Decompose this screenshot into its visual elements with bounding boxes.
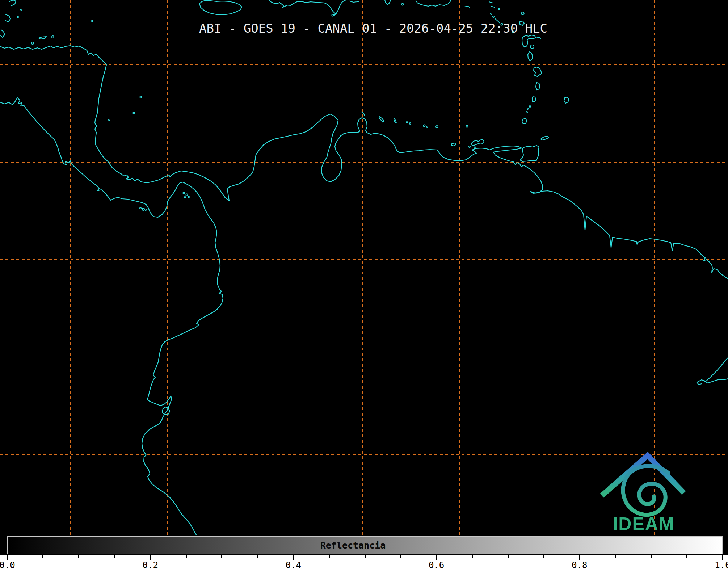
colorbar-minor-tick (186, 555, 187, 558)
satellite-image-screen: IDEAM ABI - GOES 19 - CANAL 01 - 2026-04… (0, 0, 728, 571)
image-title: ABI - GOES 19 - CANAL 01 - 2026-04-25 22… (199, 21, 547, 35)
colorbar-tick-label: 0.2 (143, 560, 158, 570)
colorbar-major-tick (7, 555, 8, 560)
colorbar-minor-tick (615, 555, 616, 558)
map-area: IDEAM ABI - GOES 19 - CANAL 01 - 2026-04… (0, 0, 728, 535)
colorbar-tick-label: 0.6 (429, 560, 444, 570)
colorbar-minor-tick (257, 555, 258, 558)
colorbar-tick-label: 0.4 (286, 560, 301, 570)
colorbar-minor-tick (686, 555, 687, 558)
colorbar-tick-label: 1.0 (715, 560, 728, 570)
colorbar-minor-tick (329, 555, 330, 558)
colorbar-minor-tick (42, 555, 43, 558)
colorbar-minor-tick (472, 555, 473, 558)
colorbar-major-tick (150, 555, 151, 560)
colorbar-minor-tick (651, 555, 652, 558)
colorbar-major-tick (436, 555, 437, 560)
ideam-logo-text: IDEAM (613, 514, 674, 534)
colorbar-minor-tick (114, 555, 115, 558)
colorbar-label: Reflectancia (320, 540, 386, 551)
colorbar-major-tick (722, 555, 723, 560)
colorbar-minor-tick (221, 555, 222, 558)
colorbar-major-tick (579, 555, 580, 560)
colorbar-minor-tick (508, 555, 509, 558)
colorbar-minor-tick (400, 555, 401, 558)
map-canvas: IDEAM (0, 0, 728, 535)
colorbar-axis-strip (0, 555, 728, 571)
colorbar-minor-tick (543, 555, 544, 558)
colorbar-tick-label: 0.0 (0, 560, 15, 570)
colorbar-major-tick (293, 555, 294, 560)
colorbar-tick-label: 0.8 (572, 560, 587, 570)
colorbar-minor-tick (78, 555, 79, 558)
colorbar-minor-tick (365, 555, 366, 558)
